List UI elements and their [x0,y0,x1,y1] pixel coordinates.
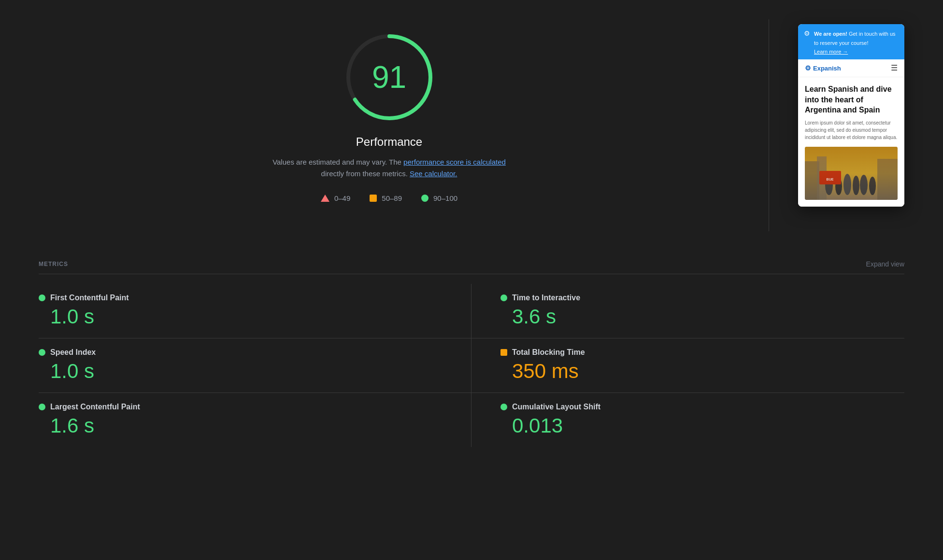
metrics-section: METRICS Expand view First Contentful Pai… [0,260,943,447]
triangle-icon [321,195,329,202]
promo-banner: ⚙ We are open! Get in touch with us to r… [798,24,904,59]
metric-cls-name: Cumulative Layout Shift [512,403,600,411]
metric-tti: Time to Interactive 3.6 s [472,284,904,338]
metric-fcp-name: First Contentful Paint [50,294,129,302]
performance-title: Performance [356,135,422,149]
metric-si: Speed Index 1.0 s [39,338,472,393]
metric-si-name: Speed Index [50,348,96,357]
metric-tbt: Total Blocking Time 350 ms [472,338,904,393]
metric-tti-value: 3.6 s [500,305,904,328]
metrics-title: METRICS [39,261,68,267]
metric-lcp: Largest Contentful Paint 1.6 s [39,393,472,447]
expand-view-button[interactable]: Expand view [866,260,904,268]
metric-lcp-status [39,404,45,410]
banner-text: We are open! Get in touch with us to res… [814,31,896,46]
metric-si-status [39,349,45,356]
metric-cls-header: Cumulative Layout Shift [500,403,904,411]
banner-link[interactable]: Learn more → [814,49,899,55]
legend-range-average: 50–89 [382,194,402,202]
metrics-grid: First Contentful Paint 1.0 s Time to Int… [39,284,904,447]
legend-range-good: 90–100 [433,194,457,202]
metric-tbt-header: Total Blocking Time [500,348,904,357]
metric-tbt-name: Total Blocking Time [512,348,585,357]
metric-tti-status [500,294,507,301]
square-icon [370,195,377,202]
score-section: 91 Performance Values are estimated and … [269,19,510,217]
metric-tti-name: Time to Interactive [512,294,580,302]
logo-text: Expanish [813,65,841,72]
metrics-divider [39,274,904,274]
gear-icon: ⚙ [804,29,810,37]
site-navbar: ⚙ Expanish ☰ [798,59,904,77]
metric-tti-header: Time to Interactive [500,294,904,302]
metric-fcp-status [39,294,45,301]
performance-score-link[interactable]: performance score is calculated [403,158,506,166]
metric-fcp-value: 1.0 s [39,305,442,328]
hamburger-icon[interactable]: ☰ [891,64,898,72]
vertical-divider [769,19,769,231]
site-body-text: Lorem ipsum dolor sit amet, consectetur … [805,119,898,141]
site-logo: ⚙ Expanish [805,64,841,72]
image-overlay [805,147,898,200]
metric-fcp: First Contentful Paint 1.0 s [39,284,472,338]
site-heading: Learn Spanish and dive into the heart of… [805,84,898,115]
metric-tbt-value: 350 ms [500,360,904,383]
calculator-link[interactable]: See calculator. [410,169,457,178]
metric-si-header: Speed Index [39,348,442,357]
legend-item-average: 50–89 [370,194,402,202]
metric-lcp-value: 1.6 s [39,414,442,437]
metric-tbt-status [500,349,507,356]
browser-mockup: ⚙ We are open! Get in touch with us to r… [798,24,904,207]
legend-item-good: 90–100 [421,194,457,202]
metric-cls: Cumulative Layout Shift 0.013 [472,393,904,447]
metric-lcp-header: Largest Contentful Paint [39,403,442,411]
browser-preview: ⚙ We are open! Get in touch with us to r… [798,19,904,231]
metric-si-value: 1.0 s [39,360,442,383]
metric-lcp-name: Largest Contentful Paint [50,403,140,411]
metric-cls-status [500,404,507,410]
metric-cls-value: 0.013 [500,414,904,437]
legend-item-poor: 0–49 [321,194,350,202]
score-circle: 91 [341,29,438,126]
site-content: Learn Spanish and dive into the heart of… [798,77,904,207]
site-hero-image: BUE [805,147,898,200]
logo-gear-icon: ⚙ [805,64,811,72]
legend-range-poor: 0–49 [334,194,350,202]
performance-description: Values are estimated and may vary. The p… [269,156,510,180]
score-legend: 0–49 50–89 90–100 [321,194,457,202]
metrics-header: METRICS Expand view [39,260,904,268]
circle-icon [421,195,429,202]
score-value: 91 [372,59,406,95]
banner-content: We are open! Get in touch with us to res… [814,29,899,55]
metric-fcp-header: First Contentful Paint [39,294,442,302]
